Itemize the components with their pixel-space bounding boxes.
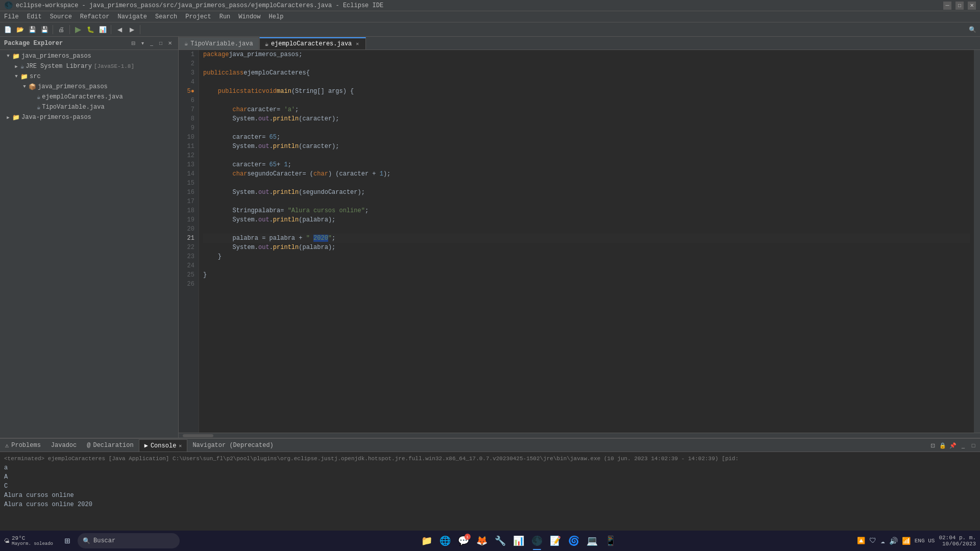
menu-edit[interactable]: Edit [23, 12, 46, 21]
editor-scrollbar[interactable] [974, 50, 980, 433]
lang-text: ENG US [915, 538, 935, 544]
taskbar-app-firefox[interactable]: 🦊 [474, 533, 490, 549]
project-icon: 📁 [12, 53, 20, 60]
tab-label: Javadoc [51, 442, 77, 449]
edge-icon: 🌐 [439, 535, 451, 546]
back-button[interactable]: ◀ [114, 24, 125, 35]
code-line: } [203, 270, 970, 280]
sound-icon[interactable]: 🔊 [889, 537, 898, 545]
menu-help[interactable]: Help [265, 12, 288, 21]
code-line: } [203, 252, 970, 261]
collapse-button[interactable]: ⊟ [129, 39, 137, 47]
clear-console-button[interactable]: ⊡ [928, 441, 937, 450]
code-line: public static void main(String[] args) { [203, 87, 970, 96]
taskbar-app-edge[interactable]: 🌐 [437, 533, 453, 549]
bottom-tab-bar: ⚠ Problems Javadoc @ Declaration ▶ Conso… [0, 439, 980, 452]
code-line [203, 179, 970, 188]
firefox-icon: 🦊 [476, 535, 487, 546]
menu-search[interactable]: Search [151, 12, 181, 21]
taskbar-app-terminal[interactable]: 💻 [584, 533, 600, 549]
tab-label: Problems [11, 442, 41, 449]
tab-declaration[interactable]: @ Declaration [82, 439, 138, 452]
tab-navigator[interactable]: Navigator (Deprecated) [187, 439, 278, 452]
line-number: 19 [181, 215, 194, 224]
search-button[interactable]: 🔍 [967, 24, 978, 35]
taskbar-app-teams[interactable]: 💬 1 [455, 533, 472, 549]
menu-file[interactable]: File [0, 12, 23, 21]
line-number: 8 [181, 114, 194, 123]
open-button[interactable]: 📂 [14, 24, 26, 35]
code-line [203, 151, 970, 160]
tree-item-project[interactable]: ▼ 📁 java_primeros_pasos [0, 51, 178, 61]
taskbar-search[interactable]: 🔍 Buscar [78, 533, 180, 548]
code-line [203, 78, 970, 87]
tree-item-src[interactable]: ▼ 📁 src [0, 71, 178, 82]
panel-minimize-button[interactable]: _ [148, 39, 156, 47]
taskbar-app-notepad[interactable]: 📝 [547, 533, 564, 549]
scroll-lock-button[interactable]: 🔒 [938, 441, 947, 450]
tab-javadoc[interactable]: Javadoc [46, 439, 82, 452]
arrow-up-icon[interactable]: 🔼 [857, 537, 865, 545]
tab-console[interactable]: ▶ Console ✕ [139, 439, 188, 452]
menu-window[interactable]: Window [234, 12, 264, 21]
tab-ejemplocaracteres[interactable]: ☕ ejemploCaracteres.java ✕ [259, 37, 366, 49]
panel-close-button[interactable]: ✕ [166, 39, 174, 47]
antivirus-icon[interactable]: 🛡 [869, 537, 876, 545]
panel-menu-button[interactable]: ▾ [138, 39, 146, 47]
network-icon[interactable]: 📶 [902, 537, 911, 545]
tab-close-icon[interactable]: ✕ [354, 41, 360, 47]
menu-navigate[interactable]: Navigate [113, 12, 151, 21]
new-button[interactable]: 📄 [2, 24, 13, 35]
coverage-button[interactable]: 📊 [97, 24, 108, 35]
menu-project[interactable]: Project [181, 12, 215, 21]
code-content[interactable]: 1 2 3 4 5● 6 7 8 9 10 11 12 13 14 15 16 [179, 50, 980, 433]
console-icon: ▶ [144, 442, 148, 449]
forward-button[interactable]: ▶ [126, 24, 137, 35]
tab-icon: ☕ [184, 40, 188, 47]
menu-run[interactable]: Run [215, 12, 235, 21]
language-indicator: ENG US [915, 538, 935, 544]
tree-item-javaprimeros[interactable]: ▶ 📁 Java-primeros-pasos [0, 112, 178, 122]
taskbar-app-eclipse[interactable]: 🌑 [529, 533, 545, 549]
menu-refactor[interactable]: Refactor [76, 12, 114, 21]
console-tab-close-icon[interactable]: ✕ [179, 443, 182, 449]
code-lines[interactable]: package java_primeros_pasos; public clas… [199, 50, 974, 433]
taskbar-app-fileexplorer[interactable]: 📁 [419, 533, 435, 549]
tree-item-package[interactable]: ▼ 📦 java_primeros_pasos [0, 82, 178, 92]
taskbar-app-tools[interactable]: 🔧 [492, 533, 508, 549]
save-button[interactable]: 💾 [27, 24, 38, 35]
close-button[interactable]: ✕ [968, 2, 976, 10]
line-number: 15 [181, 179, 194, 188]
minimize-panel-button[interactable]: _ [959, 441, 968, 450]
declaration-icon: @ [87, 442, 90, 449]
tree-item-tipovariable[interactable]: ☕ TipoVariable.java [0, 102, 178, 112]
panel-maximize-button[interactable]: □ [157, 39, 165, 47]
toolbar: 📄 📂 💾 💾 🖨 ▶ 🐛 📊 ◀ ▶ 🔍 [0, 22, 980, 37]
cloud-icon[interactable]: ☁ [880, 537, 885, 545]
tree-item-ejemplocaracteres[interactable]: ☕ ejemploCaracteres.java [0, 92, 178, 102]
pin-button[interactable]: 📌 [948, 441, 958, 450]
debug-button[interactable]: 🐛 [85, 24, 96, 35]
maximize-panel-button[interactable]: □ [969, 441, 978, 450]
taskbar-system-tray: 🔼 🛡 ☁ 🔊 📶 ENG US 02:04 p. m. 10/06/2023 [857, 535, 976, 547]
print-button[interactable]: 🖨 [56, 24, 67, 35]
minimize-button[interactable]: ─ [943, 2, 951, 10]
toolbar-separator-3 [111, 25, 111, 34]
code-line: package java_primeros_pasos; [203, 50, 970, 59]
tab-tipovariable[interactable]: ☕ TipoVariable.java [179, 37, 259, 49]
taskbar-app-phone[interactable]: 📱 [602, 533, 619, 549]
tab-problems[interactable]: ⚠ Problems [0, 439, 46, 452]
line-number: 18 [181, 206, 194, 215]
menu-source[interactable]: Source [46, 12, 76, 21]
maximize-button[interactable]: □ [955, 2, 964, 10]
tree-item-jre[interactable]: ▶ ☕ JRE System Library [JavaSE-1.8] [0, 61, 178, 71]
horizontal-scrollbar[interactable] [179, 433, 980, 438]
tree-label: java_primeros_pasos [38, 83, 108, 90]
taskbar-start[interactable]: ⊞ [59, 533, 76, 549]
run-button[interactable]: ▶ [72, 24, 84, 35]
line-number: 24 [181, 261, 194, 270]
taskbar-app-browser2[interactable]: 🌀 [566, 533, 582, 549]
line-number: 25 [181, 270, 194, 280]
save-all-button[interactable]: 💾 [39, 24, 50, 35]
taskbar-app-analytics[interactable]: 📊 [510, 533, 527, 549]
